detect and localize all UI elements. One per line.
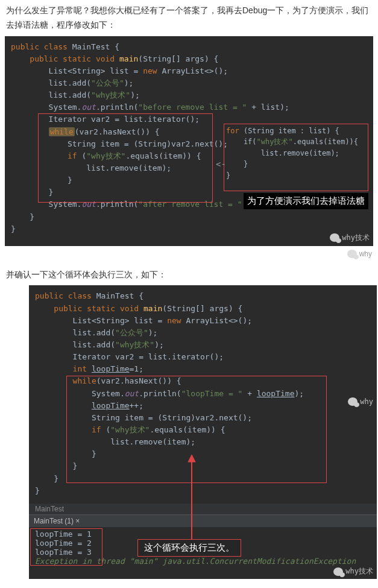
code-block-1: public class MainTest { public static vo…: [5, 36, 373, 246]
breadcrumb: MainTest: [29, 504, 377, 514]
wechat-icon: [330, 233, 339, 242]
wechat-icon: [347, 250, 357, 258]
paragraph-2: 并确认一下这个循环体会执行三次，如下：: [0, 264, 378, 286]
wechat-icon: [348, 397, 358, 406]
console-output: loopTime = 1 loopTime = 2 loopTime = 3 E…: [29, 527, 377, 579]
code-1-foreach: for (String item : list) { if("why技术".eq…: [226, 125, 366, 182]
run-tab[interactable]: MainTest (1) ×: [29, 514, 377, 527]
red-arrow-icon: [186, 455, 198, 539]
watermark-1: why技术: [330, 232, 370, 244]
svg-marker-1: [188, 455, 195, 462]
code-block-2: public class MainTest { public static vo…: [29, 285, 377, 504]
watermark-3: why技术: [333, 566, 373, 577]
paragraph-1: 为什么发生了异常呢？我想你大概已经有了一个答案了，我再去Debug一下，为了方便…: [0, 0, 378, 36]
code-2-main: public class MainTest { public static vo…: [35, 290, 371, 496]
watermark-outside-1: why: [0, 246, 378, 264]
annotation-desugar: 为了方便演示我们去掉语法糖: [244, 193, 368, 209]
watermark-2-edge: why: [348, 396, 373, 408]
arrow-indicator: <-: [216, 158, 226, 171]
annotation-loop-count: 这个循环会执行三次。: [137, 539, 241, 557]
wechat-icon: [333, 567, 343, 576]
